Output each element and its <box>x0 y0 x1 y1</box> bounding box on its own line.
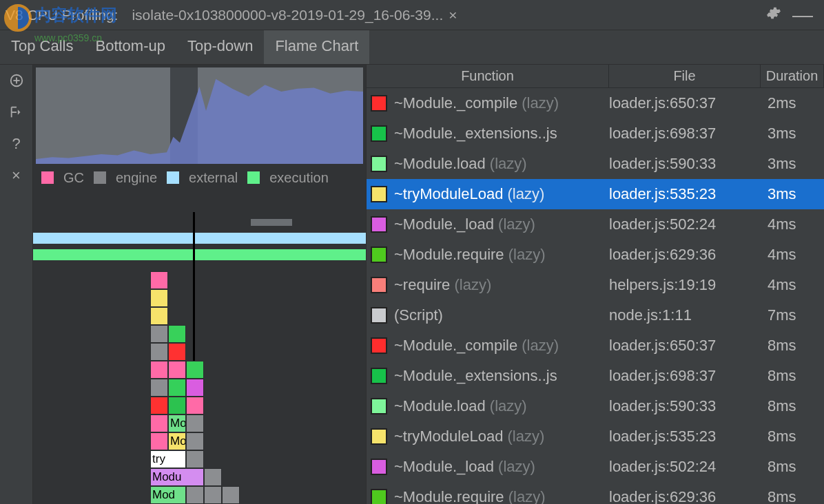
flame-row[interactable] <box>150 361 240 379</box>
flame-row[interactable]: Mo <box>150 432 240 450</box>
table-row[interactable]: ~Module._compile (lazy)loader.js:650:378… <box>367 330 824 361</box>
flame-frame[interactable] <box>150 325 168 343</box>
flame-row[interactable]: try <box>150 450 240 468</box>
row-file: loader.js:535:23 <box>609 185 761 203</box>
table-row[interactable]: ~Module._load (lazy)loader.js:502:244ms <box>367 209 824 240</box>
flame-frame[interactable] <box>168 379 186 397</box>
col-duration[interactable]: Duration <box>761 65 824 87</box>
table-row[interactable]: ~Module._compile (lazy)loader.js:650:372… <box>367 88 824 118</box>
table-row[interactable]: ~require (lazy)helpers.js:19:194ms <box>367 270 824 300</box>
flame-frame[interactable] <box>150 414 168 432</box>
flame-area[interactable]: MoMotryModuMod <box>33 191 366 504</box>
col-function[interactable]: Function <box>367 65 609 87</box>
flame-row[interactable]: Mod <box>150 486 240 504</box>
flame-frame[interactable] <box>186 432 204 450</box>
row-file: loader.js:502:24 <box>609 458 761 476</box>
add-icon[interactable] <box>8 72 25 90</box>
flame-frame[interactable]: Mo <box>168 432 186 450</box>
table-row[interactable]: ~tryModuleLoad (lazy)loader.js:535:233ms <box>367 179 824 209</box>
table-row[interactable]: ~Module._load (lazy)loader.js:502:248ms <box>367 452 824 482</box>
table-row[interactable]: ~Module.load (lazy)loader.js:590:333ms <box>367 149 824 179</box>
row-file: helpers.js:19:19 <box>609 276 761 294</box>
flame-frame[interactable] <box>204 468 222 486</box>
flame-frame[interactable]: Mod <box>150 486 186 504</box>
settings-gear-icon[interactable] <box>761 3 787 27</box>
flame-frame[interactable] <box>150 343 168 361</box>
close-panel-icon[interactable]: × <box>8 167 25 185</box>
flame-row[interactable]: Mo <box>150 414 240 432</box>
flame-frame[interactable] <box>150 397 168 414</box>
flame-frame[interactable] <box>150 432 168 450</box>
tool-gutter: ? × <box>0 65 33 504</box>
row-duration: 8ms <box>761 458 824 476</box>
legend-label: GC <box>63 170 84 186</box>
flame-frame[interactable] <box>186 414 204 432</box>
range-slider[interactable] <box>251 219 292 226</box>
function-table: Function File Duration ~Module._compile … <box>367 65 824 504</box>
legend-label: execution <box>269 170 329 186</box>
row-file: loader.js:650:37 <box>609 337 761 355</box>
flame-row[interactable] <box>150 271 240 289</box>
flame-frame[interactable] <box>222 486 240 504</box>
flame-frame[interactable] <box>150 289 168 307</box>
row-color-swatch <box>371 277 387 293</box>
flame-stack[interactable]: MoMotryModuMod <box>150 271 240 504</box>
flame-frame[interactable]: Mo <box>168 414 186 432</box>
timeline-bar-external[interactable] <box>33 233 366 244</box>
flame-frame[interactable] <box>150 361 168 379</box>
flame-frame[interactable] <box>168 343 186 361</box>
row-duration: 7ms <box>761 306 824 324</box>
table-header: Function File Duration <box>367 65 824 88</box>
table-row[interactable]: ~Module._extensions..jsloader.js:698:378… <box>367 361 824 391</box>
help-icon[interactable]: ? <box>8 135 25 153</box>
flame-row[interactable] <box>150 307 240 325</box>
table-row[interactable]: ~Module.require (lazy)loader.js:629:364m… <box>367 240 824 270</box>
expand-tree-icon[interactable] <box>8 103 25 121</box>
row-file: loader.js:629:36 <box>609 246 761 264</box>
table-row[interactable]: ~Module._extensions..jsloader.js:698:373… <box>367 118 824 149</box>
flame-frame[interactable] <box>186 379 204 397</box>
flame-frame[interactable] <box>186 397 204 414</box>
row-file: loader.js:502:24 <box>609 216 761 233</box>
table-row[interactable]: ~Module.require (lazy)loader.js:629:368m… <box>367 482 824 504</box>
flame-frame[interactable] <box>168 325 186 343</box>
row-function: ~Module._load (lazy) <box>394 216 609 233</box>
row-color-swatch <box>371 489 387 504</box>
flame-frame[interactable] <box>150 307 168 325</box>
tab-flame-chart[interactable]: Flame Chart <box>264 30 369 64</box>
row-color-swatch <box>371 156 387 172</box>
table-row[interactable]: ~Module.load (lazy)loader.js:590:338ms <box>367 391 824 421</box>
row-duration: 2ms <box>761 94 824 112</box>
flame-row[interactable] <box>150 343 240 361</box>
row-file: loader.js:590:33 <box>609 155 761 173</box>
tab-top-calls[interactable]: Top Calls <box>0 30 84 64</box>
flame-row[interactable] <box>150 289 240 307</box>
flame-frame[interactable] <box>168 361 186 379</box>
flame-row[interactable] <box>150 325 240 343</box>
col-file[interactable]: File <box>609 65 761 87</box>
overview-timeline[interactable] <box>36 67 363 164</box>
close-tab-icon[interactable]: × <box>449 7 457 23</box>
flame-frame[interactable] <box>186 486 204 504</box>
header: V8 CPU Profiling: isolate-0x103800000-v8… <box>0 0 824 30</box>
flame-frame[interactable]: Modu <box>150 468 204 486</box>
flame-frame[interactable] <box>186 361 204 379</box>
flame-frame[interactable] <box>186 450 204 468</box>
minimize-icon[interactable]: — <box>787 1 818 30</box>
flame-frame[interactable] <box>204 486 222 504</box>
table-row[interactable]: ~tryModuleLoad (lazy)loader.js:535:238ms <box>367 421 824 452</box>
flame-row[interactable] <box>150 397 240 414</box>
legend-swatch <box>247 171 260 184</box>
table-row[interactable]: (Script)node.js:1:117ms <box>367 300 824 330</box>
flame-frame[interactable] <box>150 379 168 397</box>
flame-frame[interactable] <box>150 271 168 289</box>
flame-frame[interactable] <box>168 397 186 414</box>
tab-bottom-up[interactable]: Bottom-up <box>84 30 176 64</box>
flame-row[interactable]: Modu <box>150 468 240 486</box>
tab-top-down[interactable]: Top-down <box>176 30 264 64</box>
flame-frame[interactable]: try <box>150 450 186 468</box>
row-function: ~Module._extensions..js <box>394 367 609 385</box>
flame-row[interactable] <box>150 379 240 397</box>
profile-file-name[interactable]: isolate-0x103800000-v8-2019-01-29_16-06-… <box>132 7 443 23</box>
timeline-bar-execution[interactable] <box>33 249 366 260</box>
